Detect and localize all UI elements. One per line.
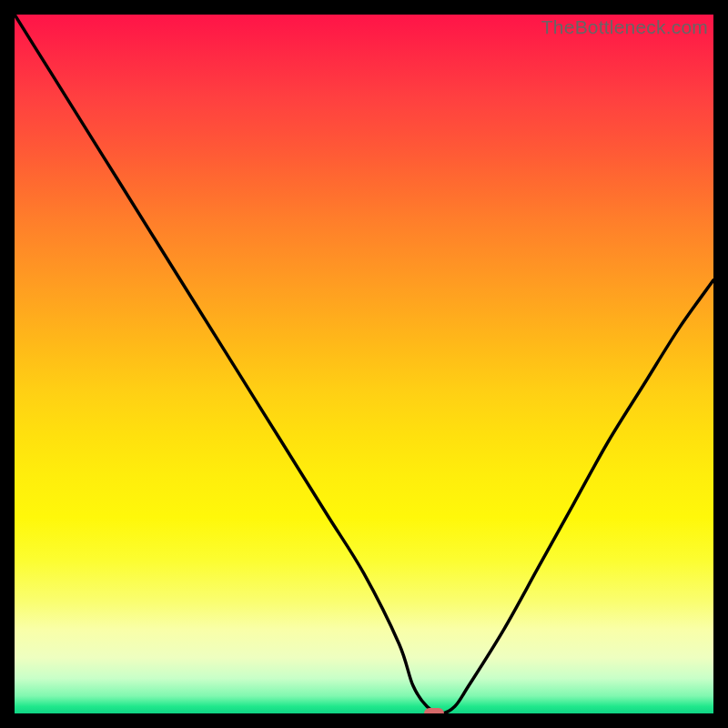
curve-path	[15, 15, 713, 713]
chart-frame: TheBottleneck.com	[0, 0, 728, 728]
optimal-point-marker	[424, 708, 444, 713]
bottleneck-curve	[15, 15, 713, 713]
plot-area: TheBottleneck.com	[15, 15, 713, 713]
watermark-text: TheBottleneck.com	[541, 16, 708, 38]
